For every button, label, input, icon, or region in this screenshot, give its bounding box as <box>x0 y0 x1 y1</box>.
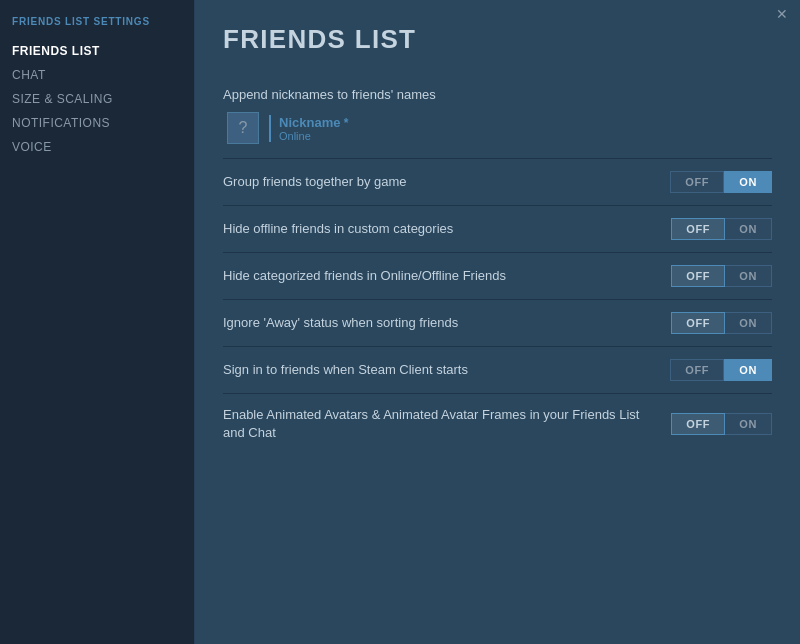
toggle-off-animated-avatars[interactable]: OFF <box>671 413 725 435</box>
settings-list: Group friends together by gameOFFONHide … <box>223 159 772 454</box>
toggle-group-hide-categorized: OFFON <box>671 265 772 287</box>
toggle-group-animated-avatars: OFFON <box>671 413 772 435</box>
sidebar-header: Friends List Settings <box>12 16 194 27</box>
sidebar: Friends List Settings Friends ListChatSi… <box>0 0 195 644</box>
setting-row-hide-offline-custom: Hide offline friends in custom categorie… <box>223 206 772 253</box>
toggle-off-ignore-away[interactable]: OFF <box>671 312 725 334</box>
toggle-group-group-by-game: OFFON <box>670 171 772 193</box>
toggle-off-hide-offline-custom[interactable]: OFF <box>671 218 725 240</box>
sidebar-item-size-scaling[interactable]: Size & Scaling <box>12 87 194 111</box>
toggle-group-sign-in-on-start: OFFON <box>670 359 772 381</box>
sidebar-item-friends-list[interactable]: Friends List <box>12 39 194 63</box>
main-content: Friends List Append nicknames to friends… <box>195 0 800 644</box>
toggle-group-hide-offline-custom: OFFON <box>671 218 772 240</box>
toggle-on-sign-in-on-start[interactable]: ON <box>724 359 772 381</box>
toggle-off-sign-in-on-start[interactable]: OFF <box>670 359 724 381</box>
setting-label-sign-in-on-start: Sign in to friends when Steam Client sta… <box>223 361 468 379</box>
page-title: Friends List <box>223 24 772 55</box>
setting-row-group-by-game: Group friends together by gameOFFON <box>223 159 772 206</box>
setting-row-animated-avatars: Enable Animated Avatars & Animated Avata… <box>223 394 772 454</box>
toggle-on-hide-categorized[interactable]: ON <box>725 265 772 287</box>
sidebar-item-voice[interactable]: Voice <box>12 135 194 159</box>
close-button[interactable]: ✕ <box>770 4 794 24</box>
setting-row-sign-in-on-start: Sign in to friends when Steam Client sta… <box>223 347 772 394</box>
nickname-name: Nickname * <box>279 115 348 130</box>
toggle-on-hide-offline-custom[interactable]: ON <box>725 218 772 240</box>
main-window: ✕ Friends List Settings Friends ListChat… <box>0 0 800 644</box>
nickname-label: Append nicknames to friends' names <box>223 87 772 102</box>
avatar: ? <box>227 112 259 144</box>
toggle-group-ignore-away: OFFON <box>671 312 772 334</box>
setting-label-hide-offline-custom: Hide offline friends in custom categorie… <box>223 220 453 238</box>
toggle-on-ignore-away[interactable]: ON <box>725 312 772 334</box>
sidebar-nav: Friends ListChatSize & ScalingNotificati… <box>12 39 194 159</box>
toggle-on-group-by-game[interactable]: ON <box>724 171 772 193</box>
toggle-off-hide-categorized[interactable]: OFF <box>671 265 725 287</box>
nickname-text-block: Nickname * Online <box>269 115 348 142</box>
setting-label-hide-categorized: Hide categorized friends in Online/Offli… <box>223 267 506 285</box>
nickname-status: Online <box>279 130 348 142</box>
sidebar-item-notifications[interactable]: Notifications <box>12 111 194 135</box>
nickname-setting-row: Append nicknames to friends' names ? Nic… <box>223 77 772 159</box>
toggle-on-animated-avatars[interactable]: ON <box>725 413 772 435</box>
sidebar-item-chat[interactable]: Chat <box>12 63 194 87</box>
nickname-preview: ? Nickname * Online <box>227 112 348 144</box>
toggle-off-group-by-game[interactable]: OFF <box>670 171 724 193</box>
setting-row-hide-categorized: Hide categorized friends in Online/Offli… <box>223 253 772 300</box>
setting-row-ignore-away: Ignore 'Away' status when sorting friend… <box>223 300 772 347</box>
setting-label-animated-avatars: Enable Animated Avatars & Animated Avata… <box>223 406 643 442</box>
setting-label-ignore-away: Ignore 'Away' status when sorting friend… <box>223 314 458 332</box>
setting-label-group-by-game: Group friends together by game <box>223 173 407 191</box>
